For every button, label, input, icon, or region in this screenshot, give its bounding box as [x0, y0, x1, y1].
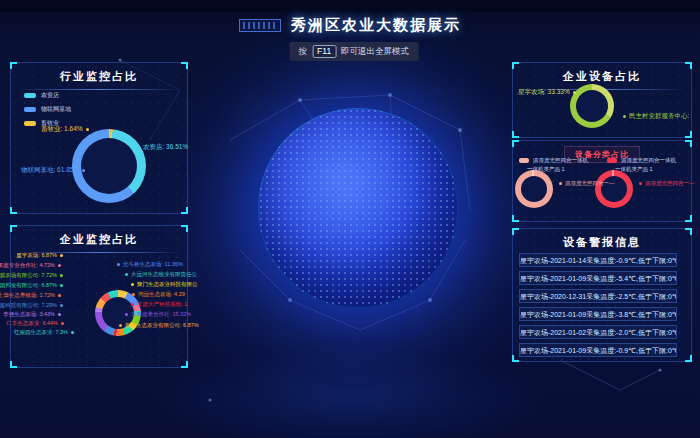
fullscreen-tip: 按 F11 即可退出全屏模式: [290, 42, 419, 61]
legend-label: 农资店: [41, 91, 59, 100]
panel-corner: [685, 215, 692, 222]
panel-corner: [181, 225, 188, 232]
panel-corner: [10, 207, 17, 214]
panel-corner: [512, 140, 519, 147]
panel-corner: [685, 228, 692, 235]
panel-corner: [512, 131, 519, 138]
slice-label: 大运河生态牧业有限责任公: [125, 272, 197, 278]
donut-hole: [81, 138, 137, 194]
panel-corner: [685, 131, 692, 138]
legend-label: 物联网基地: [41, 105, 71, 114]
equipment-donut-chart[interactable]: [570, 84, 614, 128]
alert-row: 星宇农场-2021-01-09采集温度:-3.8℃,低于下限:0℃: [519, 307, 677, 321]
legend-item[interactable]: 温湿度光照四合一体机: [519, 157, 588, 164]
tip-suffix: 即可退出全屏模式: [341, 46, 409, 58]
f11-keycap: F11: [312, 45, 336, 58]
donut-hole: [521, 176, 547, 202]
panel-corner: [512, 228, 519, 235]
panel-corner: [685, 62, 692, 69]
device-class-donut-left[interactable]: [515, 170, 553, 208]
slice-label: 温湿度光照四合一—: [559, 181, 615, 187]
legend-swatch: [607, 158, 617, 163]
alert-row: 星宇农场-2021-01-02采集温度:-2.0℃,低于下限:0℃: [519, 325, 677, 339]
panel-corner: [10, 62, 17, 69]
globe: [258, 108, 458, 308]
slice-label: 家骐农场有限公司: 7.72%: [0, 273, 63, 279]
panel-corner: [512, 355, 519, 362]
legend-swatch: [24, 121, 36, 126]
panel-corner: [685, 140, 692, 147]
panel-corner: [181, 361, 188, 368]
panel-device-alerts: 设备警报信息 星宇农场-2021-01-14采集温度:-0.9℃,低于下限:0℃…: [512, 228, 692, 362]
legend-item[interactable]: 物联网基地: [24, 105, 71, 114]
alert-row: 星宇农场-2021-01-09采集温度:-5.4℃,低于下限:0℃: [519, 271, 677, 285]
slice-label: 仁丰生态农业: 6.44%: [6, 321, 64, 327]
slice-label: 星宇农场: 6.87%: [16, 253, 63, 259]
panel-corner: [685, 355, 692, 362]
legend-label: 温湿度光照四合一体机: [621, 157, 676, 164]
slice-label: 红旗果蔬专业合作社: 4.72%: [0, 263, 61, 269]
panel-equipment-share: 企业设备占比 星宇农场: 33.33% 民主村党群服务中心:: [512, 62, 692, 138]
slice-label: 上华生态养殖场: 1.72%: [0, 293, 61, 299]
legend-swatch: [24, 107, 36, 112]
top-strip: [0, 0, 700, 12]
slice-label: 新硕生态农业有限公司: 6.87%: [119, 323, 199, 329]
slice-label: 温湿度光照四合一—: [639, 181, 695, 187]
divider: [19, 89, 179, 90]
panel-corner: [181, 62, 188, 69]
header-logo: [239, 19, 281, 32]
industry-donut-chart[interactable]: [72, 129, 146, 203]
panel-corner: [10, 361, 17, 368]
header: 秀洲区农业大数据展示: [0, 16, 700, 35]
legend-item[interactable]: 温湿度光照四合一体机: [607, 157, 676, 164]
slice-label: 农资店: 36.51%: [137, 144, 188, 151]
slice-label: 丰源大产种苗基地: 1.: [131, 302, 189, 308]
alert-row: 星宇农场-2020-12-31采集温度:-2.5℃,低于下限:0℃: [519, 289, 677, 303]
panel-corner: [10, 225, 17, 232]
alert-row: 星宇农场-2021-01-09采集温度:-0.9℃,低于下限:0℃: [519, 343, 677, 357]
donut-hole: [576, 90, 608, 122]
device-class-donut-right[interactable]: [595, 170, 633, 208]
panel-title: 企业监控占比: [11, 226, 187, 247]
slice-label: 星宇农场: 33.33%: [518, 89, 576, 96]
slice-label: 畜牧业: 1.64%: [41, 126, 89, 133]
alert-row: 星宇农场-2021-01-14采集温度:-0.9℃,低于下限:0℃: [519, 253, 677, 267]
panel-title: 设备警报信息: [513, 229, 691, 250]
slice-label: 民主村党群服务中心:: [623, 113, 689, 120]
panel-enterprise-monitor: 企业监控占比 星宇农场: 6.87% 红旗果蔬专业合作社: 4.72% 家骐农场…: [10, 225, 188, 368]
panel-device-classification: 设备分类占比 温湿度光照四合一体机 一体机类产品 1 温湿度光照四合一体机 一体…: [512, 140, 692, 222]
tip-prefix: 按: [299, 46, 308, 58]
panel-title: 行业监控占比: [11, 63, 187, 84]
slice-label: 聚门生态农业科技有限公: [131, 282, 198, 288]
panel-corner: [181, 207, 188, 214]
slice-label: 国邦发有限公司: 6.87%: [0, 283, 63, 289]
panel-corner: [512, 215, 519, 222]
legend-swatch: [519, 158, 529, 163]
slice-label: 李强生态农场: 3.43%: [3, 312, 61, 318]
slice-label: 红南园生态农业: 7.3%: [14, 330, 74, 336]
slice-label: 物联网基地: 61.85%: [21, 167, 85, 174]
slice-label: 瓜果蔬菜合作社: 15.02%: [125, 312, 191, 318]
legend-label: 温湿度光照四合一体机: [533, 157, 588, 164]
slice-label: 北斗桥生态农场: 11.36%: [117, 262, 183, 268]
panel-industry-monitor: 行业监控占比 农资店 物联网基地 畜牧业 畜牧业: 1.64% 农资店: 36.…: [10, 62, 188, 214]
page-title: 秀洲区农业大数据展示: [291, 16, 461, 35]
legend-swatch: [24, 93, 36, 98]
panel-title: 企业设备占比: [513, 63, 691, 84]
slice-label: 鸿运生态农场: 4.29: [132, 292, 185, 298]
legend-item[interactable]: 农资店: [24, 91, 71, 100]
panel-corner: [512, 62, 519, 69]
slice-label: 中超科技有限公司: 7.29%: [0, 303, 63, 309]
